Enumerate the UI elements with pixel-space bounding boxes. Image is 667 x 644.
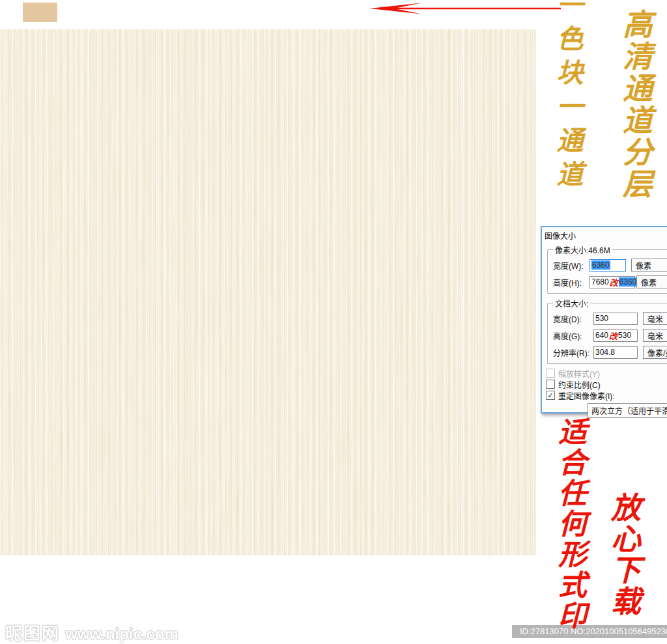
height-pixels-value: 6360 [619,277,638,287]
document-size-legend: 文档大小: [553,298,590,309]
constrain-proportions-checkbox[interactable] [546,380,555,389]
promo-text-fit-any-print-form: 适合任何形式印 [556,417,584,631]
doc-width-label: 宽度(D): [553,313,593,324]
constrain-proportions-option[interactable]: 约束比例(C) [546,379,667,389]
width-pixels-input[interactable]: 6360 [589,259,626,272]
height-pixels-unit-select[interactable]: 像素⌄ [636,275,667,288]
height-pixels-label: 高度(H): [553,277,589,288]
doc-height-unit-select[interactable]: 毫米⌄ [643,329,667,342]
pixel-dimensions-group: 像素大小:46.6M 宽度(W): 6360 像素⌄ 高度(H): 7680改6… [547,244,667,294]
promo-text-hd-channel-layers: 高清通道分层 [620,9,650,201]
doc-height-value: 530 [618,331,631,340]
edit-mark: 改 [608,329,618,342]
doc-height-old-value: 640 [595,331,608,340]
pixel-dimensions-legend: 像素大小:46.6M [553,244,612,255]
height-pixels-old-value: 7680 [591,277,609,287]
red-arrow-left-icon [367,2,562,16]
image-id-badge: ID:27813070 NO:20201005105649523088 [512,625,667,638]
image-size-dialog: 图像大小 像素大小:46.6M 宽度(W): 6360 像素⌄ 高度(H): 7… [541,226,667,413]
resample-image-option[interactable]: ✓ 重定图像像素(I): [546,390,667,400]
color-swatch [23,3,57,22]
scale-styles-option[interactable]: 缩放样式(Y) [546,368,667,378]
resample-method-select[interactable]: 两次立方（适用于平滑渐变 [588,403,667,418]
promo-text-download-with-confidence: 放心下载 [608,492,638,617]
check-icon: ✓ [547,391,553,400]
edit-mark: 改 [609,276,619,288]
resolution-label: 分辨率(R): [553,347,593,358]
scale-styles-label: 缩放样式(Y) [558,368,600,379]
page: { "colors": { "swatch": "#e3c89f", "text… [0,0,667,644]
site-url: www.nipic.com [65,625,178,643]
texture-preview [0,29,536,555]
resample-image-checkbox[interactable]: ✓ [546,391,555,400]
dialog-title: 图像大小 [542,227,667,243]
width-pixels-label: 宽度(W): [553,260,589,271]
doc-width-unit-select[interactable]: 毫米⌄ [643,312,667,325]
height-pixels-input[interactable]: 7680改6360 [589,276,635,288]
width-pixels-value: 6360 [591,260,610,270]
texture-noise [0,29,536,555]
doc-width-input[interactable]: 530 [593,313,638,325]
doc-height-input[interactable]: 640 改 530 [593,329,638,342]
promo-text-one-block-one-channel: 一色块一通道 [554,0,580,194]
scale-styles-checkbox[interactable] [546,369,555,378]
doc-height-label: 高度(G): [553,330,593,341]
document-size-group: 文档大小: 宽度(D): 530 毫米⌄ 高度(G): 640 改 530 毫米… [547,298,667,364]
resolution-unit-select[interactable]: 像素/英寸⌄ [643,346,667,359]
site-watermark: 昵图网 www.nipic.com [5,620,178,644]
resolution-input[interactable]: 304.8 [593,346,638,359]
width-pixels-unit-select[interactable]: 像素⌄ [631,259,667,272]
constrain-proportions-label: 约束比例(C) [558,379,601,390]
resample-image-label: 重定图像像素(I): [558,390,615,401]
site-logo: 昵图网 [5,620,60,644]
